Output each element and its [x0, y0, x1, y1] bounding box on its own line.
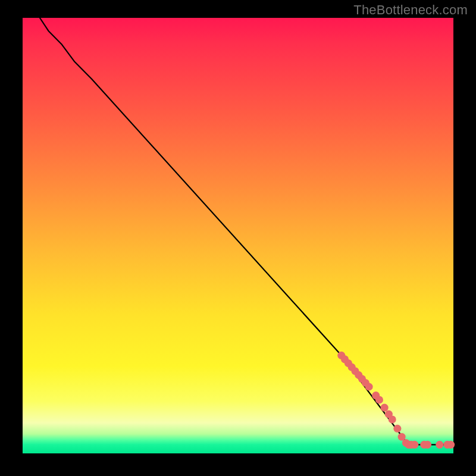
marker-group: [337, 352, 455, 449]
plot-overlay: [23, 18, 453, 453]
data-marker: [424, 441, 431, 449]
data-marker: [447, 441, 455, 449]
data-marker: [411, 441, 418, 449]
chart-frame: TheBottleneck.com: [0, 0, 476, 476]
watermark-text: TheBottleneck.com: [353, 2, 468, 18]
data-marker: [389, 415, 396, 423]
plot-wrap: [23, 18, 453, 453]
data-marker: [381, 404, 389, 412]
bottleneck-curve: [40, 18, 453, 444]
data-marker: [436, 441, 443, 449]
data-marker: [393, 425, 401, 433]
data-marker: [365, 383, 373, 390]
data-marker: [375, 396, 383, 403]
